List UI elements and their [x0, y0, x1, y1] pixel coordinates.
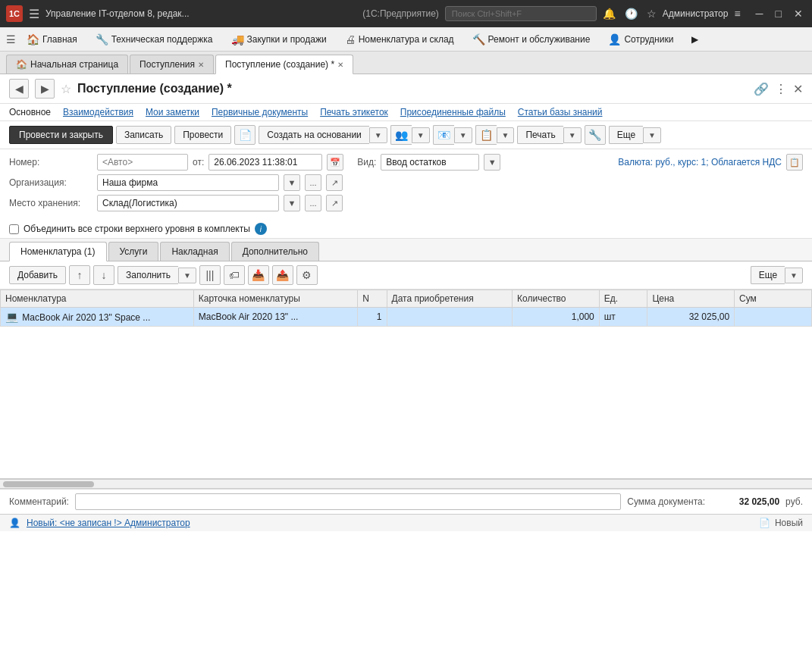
fill-button[interactable]: Заполнить — [118, 266, 178, 284]
email-icon-button[interactable]: 📧 — [433, 125, 454, 145]
export-button[interactable]: 📤 — [272, 265, 293, 285]
calendar-icon[interactable]: 📅 — [327, 154, 343, 171]
tab-create-close[interactable]: ✕ — [337, 61, 343, 69]
subtab-nomenclature[interactable]: Номенклатура (1) — [9, 242, 107, 261]
menu-hamburger-icon[interactable]: ☰ — [6, 33, 16, 45]
combine-rows-checkbox[interactable] — [9, 224, 19, 234]
org-open-btn[interactable]: ↗ — [326, 174, 343, 191]
col-header-nomenclature[interactable]: Номенклатура — [1, 290, 194, 308]
comment-input[interactable] — [75, 493, 621, 510]
status-user-link[interactable]: Новый: <не записан !> Администратор — [27, 518, 190, 528]
col-header-n[interactable]: N — [358, 290, 387, 308]
more-button[interactable]: Еще — [609, 126, 643, 144]
tab-receipts[interactable]: Поступления ✕ — [130, 55, 214, 74]
storage-select-btn[interactable]: ... — [305, 195, 321, 211]
tab-receipt-create[interactable]: Поступление (создание) * ✕ — [215, 55, 353, 74]
more-options-icon[interactable]: ⋮ — [775, 82, 787, 96]
link-icon[interactable]: 🔗 — [754, 82, 769, 96]
tag-button[interactable]: 🏷 — [224, 265, 245, 285]
link-notes[interactable]: Мои заметки — [146, 107, 199, 117]
post-button[interactable]: Провести — [174, 126, 231, 144]
minimize-button[interactable]: ─ — [753, 6, 767, 21]
table-arrow[interactable]: ▼ — [497, 127, 515, 143]
tool-icon-button[interactable]: 🔧 — [585, 125, 606, 145]
type-input[interactable] — [381, 154, 479, 171]
type-dropdown-icon[interactable]: ▼ — [484, 154, 500, 171]
col-header-price[interactable]: Цена — [647, 290, 735, 308]
print-arrow[interactable]: ▼ — [563, 127, 582, 143]
storage-input[interactable] — [97, 195, 279, 211]
link-attached-files[interactable]: Присоединенные файлы — [400, 107, 506, 117]
link-knowledge-base[interactable]: Статьи базы знаний — [518, 107, 603, 117]
storage-dropdown-btn[interactable]: ▼ — [284, 195, 300, 211]
settings-icon[interactable]: ≡ — [734, 8, 740, 20]
tab-home[interactable]: 🏠 Начальная страница — [6, 55, 128, 74]
create-basis-button[interactable]: Создать на основании — [259, 126, 369, 144]
number-input[interactable] — [97, 154, 188, 171]
menu-item-repair[interactable]: 🔨 Ремонт и обслуживание — [465, 30, 598, 49]
create-basis-arrow[interactable]: ▼ — [369, 127, 387, 143]
menu-item-purchases[interactable]: 🚚 Закупки и продажи — [224, 30, 334, 49]
move-up-button[interactable]: ↑ — [69, 265, 90, 285]
col-header-unit[interactable]: Ед. — [599, 290, 647, 308]
tab-receipts-close[interactable]: ✕ — [198, 61, 204, 69]
menu-item-nomenclature[interactable]: 🖨 Номенклатура и склад — [337, 30, 462, 49]
data-table-container[interactable]: Номенклатура Карточка номенклатуры N Дат… — [0, 290, 812, 479]
org-input[interactable] — [97, 174, 279, 191]
move-down-button[interactable]: ↓ — [93, 265, 114, 285]
col-header-date[interactable]: Дата приобретения — [387, 290, 513, 308]
add-row-button[interactable]: Добавить — [9, 266, 66, 284]
info-icon[interactable]: i — [255, 223, 267, 235]
group-arrow[interactable]: ▼ — [412, 127, 430, 143]
currency-copy-icon[interactable]: 📋 — [786, 154, 803, 171]
doc-template-icon[interactable]: 📄 — [234, 125, 256, 145]
col-header-card[interactable]: Карточка номенклатуры — [193, 290, 358, 308]
notification-icon[interactable]: 🔔 — [603, 8, 616, 20]
global-search-input[interactable] — [445, 6, 597, 21]
subtab-additional[interactable]: Дополнительно — [231, 242, 319, 261]
menu-item-support[interactable]: 🔧 Техническая поддержка — [88, 30, 221, 49]
currency-info[interactable]: Валюта: руб., курс: 1; Облагается НДС — [618, 157, 782, 167]
more-arrow[interactable]: ▼ — [643, 127, 661, 143]
table-more-button[interactable]: Еще — [751, 266, 785, 284]
link-main[interactable]: Основное — [9, 107, 51, 117]
maximize-button[interactable]: □ — [773, 6, 785, 21]
date-input[interactable] — [208, 154, 322, 171]
barcode-button[interactable]: ||| — [199, 265, 221, 285]
link-interactions[interactable]: Взаимодействия — [63, 107, 133, 117]
org-dropdown-btn[interactable]: ▼ — [284, 174, 300, 191]
close-doc-icon[interactable]: ✕ — [793, 82, 803, 96]
link-print-labels[interactable]: Печать этикеток — [320, 107, 388, 117]
group-icon-button[interactable]: 👥 — [390, 125, 412, 145]
print-button[interactable]: Печать — [517, 126, 563, 144]
horizontal-scrollbar[interactable] — [0, 480, 812, 489]
table-settings-button[interactable]: ⚙ — [296, 265, 318, 285]
menu-item-home[interactable]: 🏠 Главная — [19, 30, 85, 49]
favorites-icon[interactable]: ☆ — [647, 8, 657, 20]
table-icon-button[interactable]: 📋 — [475, 125, 497, 145]
menu-item-staff[interactable]: 👤 Сотрудники — [600, 30, 681, 49]
close-window-button[interactable]: ✕ — [791, 6, 806, 21]
scroll-thumb[interactable] — [3, 481, 94, 487]
post-and-close-button[interactable]: Провести и закрыть — [9, 126, 113, 144]
hamburger-menu-icon[interactable]: ☰ — [29, 7, 39, 21]
back-button[interactable]: ◀ — [9, 79, 29, 99]
link-primary-docs[interactable]: Первичные документы — [212, 107, 308, 117]
save-button[interactable]: Записать — [116, 126, 171, 144]
bookmark-icon[interactable]: ☆ — [61, 82, 71, 96]
forward-button[interactable]: ▶ — [35, 79, 55, 99]
table-more-arrow[interactable]: ▼ — [785, 268, 803, 283]
menu-more-button[interactable]: ▶ — [684, 31, 706, 48]
subtab-services[interactable]: Услуги — [108, 242, 159, 261]
import-button[interactable]: 📥 — [248, 265, 269, 285]
table-row[interactable]: 💻 MacBook Air 2020 13" Space ... MacBook… — [1, 308, 812, 327]
fill-arrow[interactable]: ▼ — [178, 268, 196, 283]
vat-label[interactable]: Облагается НДС — [711, 157, 782, 167]
storage-open-btn[interactable]: ↗ — [326, 195, 343, 211]
subtab-invoice[interactable]: Накладная — [160, 242, 229, 261]
col-header-sum[interactable]: Сум — [735, 290, 812, 308]
org-select-btn[interactable]: ... — [305, 174, 321, 191]
clock-icon[interactable]: 🕐 — [625, 8, 638, 20]
email-arrow[interactable]: ▼ — [454, 127, 472, 143]
col-header-qty[interactable]: Количество — [513, 290, 600, 308]
